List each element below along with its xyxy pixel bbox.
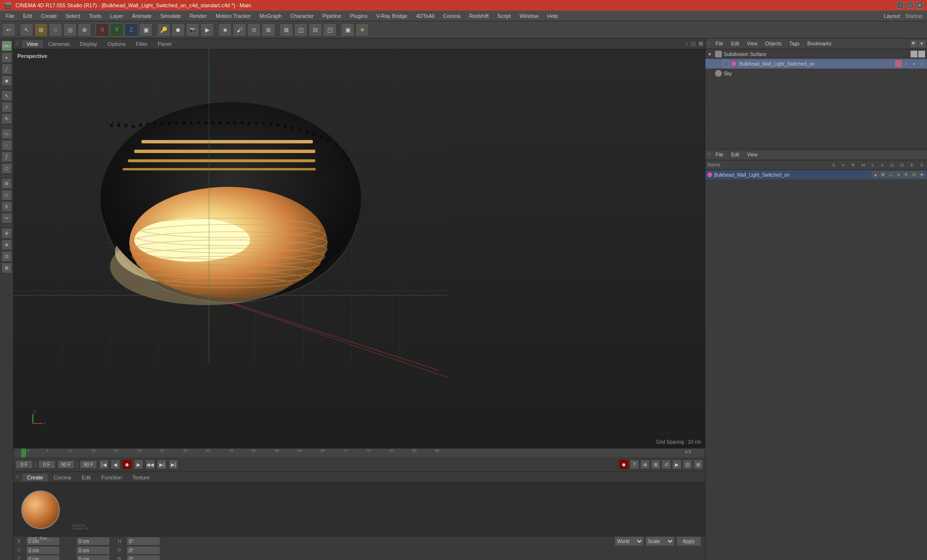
timeline-ruler[interactable]: 0 5 10 15 20 25 30 35 40 45 50 55 60 65 … (14, 448, 705, 457)
objects-icon-filter[interactable]: ▼ (918, 41, 925, 47)
viewport-icon-camera[interactable]: 🎥 (690, 41, 697, 47)
obj-menu-view[interactable]: View (744, 40, 760, 47)
btn-add-keyframe[interactable]: ⊕ (640, 460, 650, 469)
attrs-menu-file[interactable]: File (713, 151, 726, 158)
titlebar-right[interactable]: − □ ✕ (897, 2, 923, 9)
minimize-button[interactable]: − (897, 2, 904, 9)
menu-corona[interactable]: Corona (439, 12, 464, 20)
obj-flag-pink1[interactable] (895, 60, 902, 67)
p-input[interactable] (126, 546, 160, 555)
mat-tab-create[interactable]: Create (22, 474, 48, 481)
objects-icon-search[interactable]: 🔍 (911, 41, 917, 47)
menu-create[interactable]: Create (37, 12, 61, 20)
obj-bulkhead[interactable]: Bulkhead_Wall_Light_Switched_on ≡ ● ◻ (705, 59, 927, 69)
z-scale-input[interactable] (76, 555, 110, 560)
tool-bridge[interactable]: S (1, 201, 12, 212)
toolbar-material-sphere[interactable]: ◉ (218, 23, 232, 37)
tool-select-circle[interactable]: ○ (1, 140, 12, 151)
menu-select[interactable]: Select (62, 12, 84, 20)
menu-window[interactable]: Window (516, 12, 542, 20)
y-pos-input[interactable] (26, 546, 60, 555)
toolbar-viewport-options[interactable]: ◳ (323, 23, 337, 37)
obj-menu-file[interactable]: File (713, 40, 726, 47)
obj-menu-bookmarks[interactable]: Bookmarks (804, 40, 834, 47)
tool-edge-mode[interactable]: ╱ (1, 64, 12, 74)
toolbar-wireframe[interactable]: ⊟ (309, 23, 322, 37)
attr-flag-3[interactable]: — (887, 171, 894, 178)
b-input[interactable] (126, 555, 160, 560)
menu-tools[interactable]: Tools (85, 12, 105, 20)
fps-input[interactable] (80, 460, 97, 469)
btn-go-start[interactable]: |◀ (99, 460, 109, 469)
x-scale-input[interactable] (76, 537, 110, 546)
tool-poly-mode[interactable]: ▣ (1, 75, 12, 86)
btn-motion-clip[interactable]: ? (630, 460, 639, 469)
toolbar-paint[interactable]: 🖌 (233, 23, 246, 37)
y-scale-input[interactable] (76, 546, 110, 555)
tool-extrude[interactable]: ⊞ (1, 178, 12, 189)
obj-sky[interactable]: Sky (705, 69, 927, 78)
menu-animate[interactable]: Animate (128, 12, 155, 20)
close-button[interactable]: ✕ (916, 2, 923, 9)
tool-symmetry[interactable]: ⊠ (1, 263, 12, 273)
toolbar-select-all[interactable]: ◎ (63, 23, 77, 37)
toolbar-keyframe[interactable]: 🔑 (157, 23, 170, 37)
tool-select-poly[interactable]: ⬡ (1, 163, 12, 174)
scale-select[interactable]: Scale Size (646, 536, 674, 546)
toolbar-world[interactable]: ▣ (139, 23, 153, 37)
viewport-tab-view[interactable]: View (22, 40, 43, 48)
toolbar-add[interactable]: ⊕ (78, 23, 91, 37)
btn-record[interactable]: ⏺ (122, 460, 132, 469)
toolbar-light[interactable]: ☀ (355, 23, 369, 37)
z-pos-input[interactable] (26, 555, 60, 560)
menu-render[interactable]: Render (186, 12, 211, 20)
toolbar-floor[interactable]: ▣ (341, 23, 354, 37)
toolbar-record[interactable]: ⏺ (171, 23, 185, 37)
toolbar-y-axis[interactable]: Y (110, 23, 124, 37)
tool-magnet[interactable]: ⊛ (1, 228, 12, 238)
btn-grid-toggle[interactable]: ⊡ (683, 460, 692, 469)
menu-vray[interactable]: V-Ray Bridge (372, 12, 411, 20)
toolbar-x-axis[interactable]: X (96, 23, 109, 37)
tool-select-rect[interactable]: ▭ (1, 128, 12, 139)
attr-flag-2[interactable]: ⊞ (880, 171, 886, 178)
btn-layout-toggle[interactable]: ⊞ (693, 460, 703, 469)
attrs-row-bulkhead[interactable]: Bulkhead_Wall_Light_Switched_on ● ⊞ — ≡ … (705, 170, 927, 180)
toolbar-sculpt[interactable]: ⊙ (247, 23, 261, 37)
tool-knife[interactable]: ✂ (1, 213, 12, 224)
btn-play-reverse[interactable]: ◀◀ (145, 460, 155, 469)
viewport-icon-grid[interactable]: ⊞ (699, 41, 703, 47)
menu-edit[interactable]: Edit (19, 12, 36, 20)
toolbar-undo[interactable]: ↩ (2, 23, 15, 37)
viewport-icon-expand[interactable]: ↕ (686, 41, 688, 47)
toolbar-shading[interactable]: ◫ (294, 23, 308, 37)
mat-tab-edit[interactable]: Edit (77, 474, 96, 481)
tool-brush[interactable]: ⊗ (1, 239, 12, 250)
toolbar-z-axis[interactable]: Z (125, 23, 138, 37)
menu-motion-tracker[interactable]: Motion Tracker (212, 12, 255, 20)
toolbar-grid-display[interactable]: ⊠ (280, 23, 293, 37)
viewport-tab-panel[interactable]: Panel (153, 40, 176, 48)
tool-irradiance[interactable]: ⊡ (1, 251, 12, 262)
attr-flag-6[interactable]: ⊡ (911, 171, 917, 178)
menu-help[interactable]: Help (543, 12, 562, 20)
attr-flag-7[interactable]: ★ (918, 171, 925, 178)
tool-point-mode[interactable]: ● (1, 52, 12, 63)
attrs-menu-view[interactable]: View (744, 151, 760, 158)
tool-object-mode[interactable]: OBJ (1, 41, 12, 51)
toolbar-render[interactable]: ▶ (200, 23, 214, 37)
menu-simulate[interactable]: Simulate (156, 12, 185, 20)
menu-4dtoall[interactable]: 4DToAll (412, 12, 438, 20)
menu-script[interactable]: Script (493, 12, 515, 20)
menu-mograph[interactable]: MoGraph (256, 12, 286, 20)
obj-subdivision-surface[interactable]: ▼ Subdivision Surface (705, 49, 927, 59)
btn-play[interactable]: ▶ (134, 460, 143, 469)
playhead[interactable] (21, 448, 26, 457)
viewport-tab-filter[interactable]: Filter (131, 40, 152, 48)
toolbar-rotate[interactable]: ○ (49, 23, 62, 37)
world-select[interactable]: World Object (615, 536, 644, 546)
material-preview-sphere[interactable] (21, 490, 60, 529)
toolbar-camera[interactable]: 📷 (186, 23, 199, 37)
viewport-3d[interactable]: Perspective Grid Spacing : 10 cm Y X (14, 49, 705, 448)
viewport-tab-display[interactable]: Display (75, 40, 102, 48)
